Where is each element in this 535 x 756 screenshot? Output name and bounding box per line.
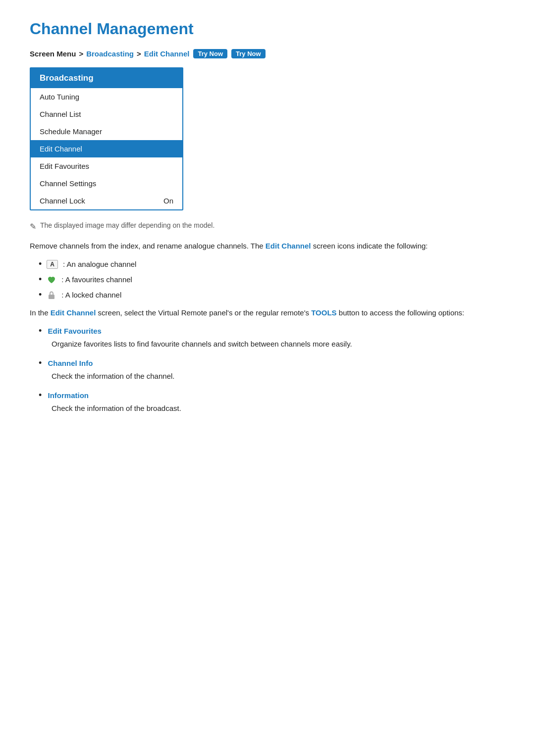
options-list: Edit Favourites Organize favorites lists… [39, 326, 505, 414]
locked-desc: : A locked channel [61, 291, 121, 299]
option-edit-favourites-desc: Organize favorites lists to find favouri… [52, 338, 505, 350]
menu-item-channel-lock-label: Channel Lock [40, 197, 85, 205]
breadcrumb-screen-menu: Screen Menu [30, 50, 76, 58]
breadcrumb-sep-2: > [137, 50, 141, 58]
option-information-desc: Check the information of the broadcast. [52, 403, 505, 414]
tools-tools-link[interactable]: TOOLS [311, 308, 336, 317]
intro-text-after: screen icons indicate the following: [311, 242, 428, 250]
intro-paragraph: Remove channels from the index, and rena… [30, 240, 505, 252]
breadcrumb: Screen Menu > Broadcasting > Edit Channe… [30, 49, 505, 58]
menu-item-channel-list[interactable]: Channel List [31, 105, 182, 123]
menu-item-channel-lock-value: On [163, 197, 173, 205]
menu-header: Broadcasting [31, 68, 182, 88]
icon-analogue: A : An analogue channel [39, 259, 505, 269]
menu-item-edit-channel-label: Edit Channel [40, 145, 82, 153]
option-edit-favourites: Edit Favourites Organize favorites lists… [39, 326, 505, 350]
icon-locked: : A locked channel [39, 290, 505, 300]
option-information: Information Check the information of the… [39, 390, 505, 414]
menu-item-edit-favourites-label: Edit Favourites [40, 162, 89, 170]
note-row: ✎ The displayed image may differ dependi… [30, 221, 505, 231]
menu-item-channel-settings-label: Channel Settings [40, 179, 96, 188]
breadcrumb-sep-1: > [79, 50, 83, 58]
lock-icon [47, 290, 56, 300]
option-channel-info: Channel Info Check the information of th… [39, 358, 505, 382]
breadcrumb-edit-channel[interactable]: Edit Channel [144, 50, 190, 58]
tools-text-middle: screen, select the Virtual Remote panel'… [96, 308, 311, 317]
option-channel-info-desc: Check the information of the channel. [52, 370, 505, 382]
analogue-desc: : An analogue channel [63, 260, 136, 268]
icon-favourites: : A favourites channel [39, 274, 505, 285]
broadcasting-menu: Broadcasting Auto Tuning Channel List Sc… [30, 67, 183, 210]
intro-text-before: Remove channels from the index, and rena… [30, 242, 266, 250]
option-edit-favourites-title[interactable]: Edit Favourites [48, 327, 101, 335]
menu-item-edit-channel[interactable]: Edit Channel [31, 140, 182, 157]
intro-edit-channel-link[interactable]: Edit Channel [266, 242, 311, 250]
analogue-icon: A [47, 260, 58, 269]
svg-rect-0 [49, 295, 54, 299]
tools-text-after: button to access the following options: [337, 308, 465, 317]
tools-paragraph: In the Edit Channel screen, select the V… [30, 307, 505, 319]
note-text: The displayed image may differ depending… [40, 221, 214, 229]
option-information-title[interactable]: Information [48, 391, 89, 400]
page-title: Channel Management [30, 20, 505, 38]
menu-item-schedule-manager[interactable]: Schedule Manager [31, 123, 182, 140]
try-now-button-1[interactable]: Try Now [193, 49, 227, 58]
breadcrumb-broadcasting[interactable]: Broadcasting [86, 50, 134, 58]
pencil-icon: ✎ [30, 222, 36, 231]
tools-edit-channel-link[interactable]: Edit Channel [51, 308, 96, 317]
menu-item-channel-settings[interactable]: Channel Settings [31, 175, 182, 192]
favourites-desc: : A favourites channel [61, 275, 132, 284]
menu-item-auto-tuning[interactable]: Auto Tuning [31, 88, 182, 105]
menu-item-edit-favourites[interactable]: Edit Favourites [31, 157, 182, 175]
heart-icon [47, 275, 56, 285]
icons-list: A : An analogue channel : A favourites c… [39, 259, 505, 300]
try-now-button-2[interactable]: Try Now [231, 49, 266, 58]
tools-text-before: In the [30, 308, 51, 317]
option-channel-info-title[interactable]: Channel Info [48, 359, 93, 367]
menu-item-auto-tuning-label: Auto Tuning [40, 93, 79, 101]
menu-item-schedule-manager-label: Schedule Manager [40, 127, 102, 136]
menu-item-channel-lock[interactable]: Channel Lock On [31, 192, 182, 209]
menu-item-channel-list-label: Channel List [40, 110, 81, 118]
